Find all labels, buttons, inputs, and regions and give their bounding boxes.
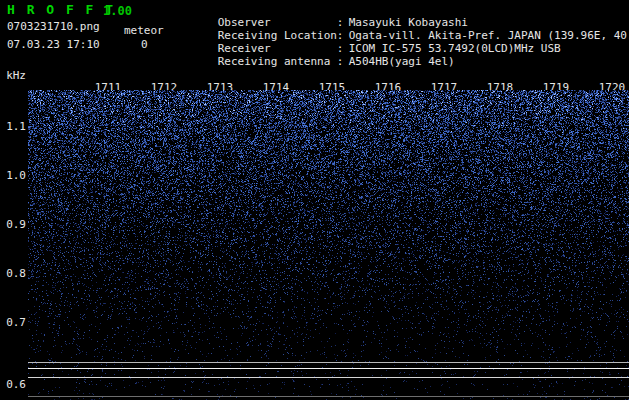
station-info-colon: : bbox=[337, 29, 349, 42]
y-axis-unit: kHz bbox=[0, 70, 26, 82]
spectrogram-canvas bbox=[28, 90, 629, 400]
station-info: Observer:Masayuki Kobayashi Receiving Lo… bbox=[178, 3, 629, 55]
station-info-label: Receiving Location bbox=[218, 29, 337, 42]
output-filename: 0703231710.png bbox=[7, 21, 100, 33]
station-info-label: Receiving antenna bbox=[218, 55, 337, 68]
y-tick-label: 0.7 bbox=[0, 317, 26, 329]
signal-level-line bbox=[28, 362, 629, 363]
station-info-colon: : bbox=[337, 42, 349, 55]
signal-level-line bbox=[28, 396, 629, 397]
station-info-value: A504HB(yagi 4el) bbox=[349, 55, 455, 68]
y-tick-label: 0.9 bbox=[0, 219, 26, 231]
meteor-count: 0 bbox=[141, 39, 148, 51]
station-info-label: Receiver bbox=[218, 42, 337, 55]
hrofft-window: H R O F F T 1.00 0703231710.png meteor 0… bbox=[0, 0, 629, 400]
datetime-label: 07.03.23 17:10 bbox=[7, 39, 100, 51]
station-info-row: Observer:Masayuki Kobayashi bbox=[178, 3, 629, 16]
y-tick-label: 0.6 bbox=[0, 379, 26, 391]
station-info-value: Ogata-vill. Akita-Pref. JAPAN (139.96E, … bbox=[349, 29, 629, 42]
y-tick-label: 1.0 bbox=[0, 170, 26, 182]
y-tick-label: 0.8 bbox=[0, 268, 26, 280]
app-title: H R O F F T bbox=[7, 4, 115, 16]
signal-level-line bbox=[28, 368, 629, 369]
station-info-value: ICOM IC-575 53.7492(0LCD)MHz USB bbox=[349, 42, 561, 55]
app-version: 1.00 bbox=[103, 5, 132, 17]
station-info-value: Masayuki Kobayashi bbox=[349, 16, 468, 29]
signal-level-line bbox=[28, 377, 629, 378]
station-info-colon: : bbox=[337, 55, 349, 68]
station-info-colon: : bbox=[337, 16, 349, 29]
mode-label: meteor bbox=[124, 25, 164, 37]
station-info-label: Observer bbox=[218, 16, 337, 29]
y-tick-label: 1.1 bbox=[0, 121, 26, 133]
